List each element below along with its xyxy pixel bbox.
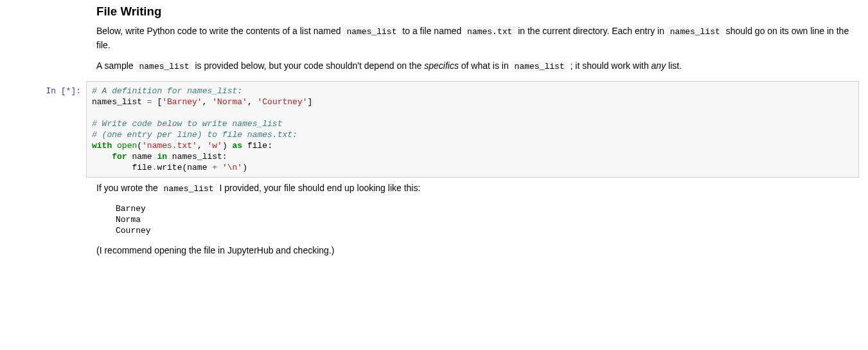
code-comment: # A definition for names_list:: [92, 86, 242, 96]
code-token: name: [127, 152, 157, 161]
text: Below, write Python code to write the co…: [96, 26, 343, 36]
code-literal-names-list: names_list: [511, 61, 568, 72]
text: to a file named: [400, 26, 464, 36]
code-indent: [92, 152, 112, 161]
result-paragraph: If you wrote the names_list I provided, …: [96, 181, 859, 196]
code-input-area[interactable]: # A definition for names_list: names_lis…: [86, 81, 859, 178]
code-token: ]: [308, 97, 313, 107]
code-string: 'Barney': [162, 97, 202, 107]
code-literal-names-list: names_list: [343, 26, 400, 37]
code-token: ): [222, 141, 233, 151]
code-token: file:: [242, 141, 272, 151]
instruction-paragraph-2: A sample names_list is provided below, b…: [96, 59, 859, 73]
code-cell[interactable]: In [*]: # A definition for names_list: n…: [0, 81, 859, 178]
emphasis: any: [651, 60, 666, 71]
expected-output-block: Barney Norma Courney: [116, 203, 859, 236]
code-literal-names-list: names_list: [161, 183, 217, 194]
code-string: 'Norma': [212, 97, 247, 107]
code-comment: # Write code below to write names_list: [92, 119, 282, 129]
code-keyword: as: [233, 141, 243, 151]
code-indent: [92, 163, 132, 172]
code-token: ,: [247, 97, 258, 107]
code-token: =: [147, 97, 152, 107]
code-string: 'Courtney': [258, 97, 308, 107]
code-token: names_list:: [167, 152, 227, 161]
code-keyword: with: [92, 141, 112, 151]
emphasis: specifics: [424, 60, 459, 71]
code-token: names_list: [92, 97, 147, 107]
text: A sample: [96, 60, 136, 71]
code-token: [217, 163, 222, 172]
code-string: 'w': [208, 141, 222, 151]
code-token: file: [132, 163, 152, 172]
code-token: +: [212, 163, 217, 172]
code-string: '\n': [222, 163, 242, 172]
section-heading: File Writing: [96, 5, 859, 18]
text: in the current directory. Each entry in: [515, 26, 667, 36]
markdown-cell: File Writing Below, write Python code to…: [0, 5, 868, 73]
code-keyword: in: [157, 152, 167, 161]
text: If you wrote the: [96, 183, 161, 193]
code-string: 'names.txt': [142, 141, 197, 151]
code-token: write(name: [157, 163, 212, 172]
code-token: (: [137, 141, 142, 151]
input-prompt: In [*]:: [0, 81, 86, 98]
text: is provided below, but your code shouldn…: [193, 60, 425, 71]
text: of what is in: [459, 60, 511, 71]
code-token: [: [152, 97, 163, 107]
instruction-paragraph-1: Below, write Python code to write the co…: [96, 24, 859, 51]
code-builtin: open: [117, 141, 137, 151]
code-token: ,: [197, 141, 208, 151]
notebook: File Writing Below, write Python code to…: [0, 0, 868, 277]
text: list.: [666, 60, 682, 71]
code-literal-names-list: names_list: [136, 61, 192, 72]
code-keyword: for: [112, 152, 127, 161]
code-token: ): [242, 163, 247, 172]
code-literal-names-txt: names.txt: [464, 26, 515, 37]
text: I provided, your file should end up look…: [217, 183, 421, 193]
markdown-cell: If you wrote the names_list I provided, …: [0, 181, 868, 257]
code-literal-names-list: names_list: [667, 26, 723, 37]
code-comment: # (one entry per line) to file names.txt…: [92, 130, 297, 140]
text: ; it should work with: [568, 60, 651, 71]
code-token: ,: [202, 97, 213, 107]
code-token: [112, 141, 117, 151]
recommendation-paragraph: (I recommend opening the file in Jupyter…: [96, 244, 859, 257]
